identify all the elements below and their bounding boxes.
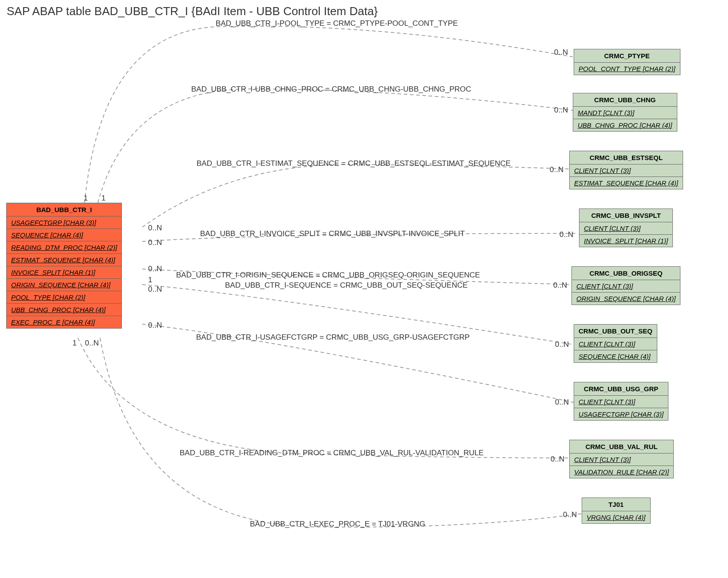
cardinality-label: 0..N	[148, 285, 162, 294]
relation-label: BAD_UBB_CTR_I-ORIGIN_SEQUENCE = CRMC_UBB…	[176, 271, 480, 280]
relation-label: BAD_UBB_CTR_I-READING_DTM_PROC = CRMC_UB…	[180, 449, 483, 458]
ref-field: MANDT [CLNT (3)]	[573, 107, 677, 119]
cardinality-label: 0..N	[554, 106, 568, 115]
ref-table-name: CRMC_UBB_VAL_RUL	[570, 440, 674, 454]
cardinality-label: 1	[101, 194, 105, 203]
ref-table-ptype: CRMC_PTYPE POOL_CONT_TYPE [CHAR (2)]	[574, 49, 680, 75]
ref-field: USAGEFCTGRP [CHAR (3)]	[574, 408, 668, 421]
main-entity-table: BAD_UBB_CTR_I USAGEFCTGRP [CHAR (3)] SEQ…	[6, 203, 122, 329]
cardinality-label: 0..N	[559, 230, 573, 239]
main-field: ESTIMAT_SEQUENCE [CHAR (4)]	[7, 254, 122, 266]
ref-table-origseq: CRMC_UBB_ORIGSEQ CLIENT [CLNT (3)] ORIGI…	[571, 266, 680, 305]
cardinality-label: 0..N	[551, 455, 564, 464]
ref-table-name: CRMC_PTYPE	[574, 49, 680, 63]
main-field: EXEC_PROC_E [CHAR (4)]	[7, 316, 122, 329]
main-field: READING_DTM_PROC [CHAR (2)]	[7, 241, 122, 254]
ref-field: CLIENT [CLNT (3)]	[570, 165, 683, 177]
cardinality-label: 1	[148, 276, 152, 285]
relation-label: BAD_UBB_CTR_I-POOL_TYPE = CRMC_PTYPE-POO…	[216, 19, 458, 28]
ref-field: POOL_CONT_TYPE [CHAR (2)]	[574, 63, 680, 75]
ref-table-usggrp: CRMC_UBB_USG_GRP CLIENT [CLNT (3)] USAGE…	[574, 382, 668, 421]
ref-field: ORIGIN_SEQUENCE [CHAR (4)]	[572, 293, 680, 305]
cardinality-label: 0..N	[553, 281, 567, 290]
ref-table-tj01: TJ01 VRGNG [CHAR (4)]	[582, 498, 651, 524]
main-field: SEQUENCE [CHAR (4)]	[7, 229, 122, 241]
cardinality-label: 0..N	[148, 265, 162, 273]
ref-field: CLIENT [CLNT (3)]	[574, 338, 657, 350]
cardinality-label: 0..N	[555, 398, 569, 407]
cardinality-label: 0..N	[554, 48, 568, 57]
ref-field: ESTIMAT_SEQUENCE [CHAR (4)]	[570, 177, 683, 189]
cardinality-label: 0..N	[555, 340, 569, 349]
main-field: UBB_CHNG_PROC [CHAR (4)]	[7, 304, 122, 316]
ref-table-estseql: CRMC_UBB_ESTSEQL CLIENT [CLNT (3)] ESTIM…	[569, 151, 683, 189]
ref-table-valrul: CRMC_UBB_VAL_RUL CLIENT [CLNT (3)] VALID…	[569, 440, 674, 478]
ref-table-name: CRMC_UBB_ORIGSEQ	[572, 267, 680, 280]
ref-field: CLIENT [CLNT (3)]	[574, 396, 668, 408]
main-field: INVOICE_SPLIT [CHAR (1)]	[7, 266, 122, 279]
page-title: SAP ABAP table BAD_UBB_CTR_I {BAdI Item …	[7, 4, 378, 18]
ref-table-name: TJ01	[582, 498, 651, 511]
ref-field: VALIDATION_RULE [CHAR (2)]	[570, 466, 674, 478]
ref-field: CLIENT [CLNT (3)]	[572, 280, 680, 293]
main-field: POOL_TYPE [CHAR (2)]	[7, 291, 122, 304]
cardinality-label: 1	[72, 339, 76, 348]
cardinality-label: 0..N	[148, 224, 162, 233]
ref-table-invsplt: CRMC_UBB_INVSPLT CLIENT [CLNT (3)] INVOI…	[579, 209, 673, 247]
ref-table-name: CRMC_UBB_USG_GRP	[574, 382, 668, 396]
relation-label: BAD_UBB_CTR_I-EXEC_PROC_E = TJ01-VRGNG	[250, 520, 425, 529]
relation-label: BAD_UBB_CTR_I-USAGEFCTGRP = CRMC_UBB_USG…	[196, 333, 470, 342]
cardinality-label: 0..N	[550, 165, 563, 174]
main-entity-name: BAD_UBB_CTR_I	[7, 203, 122, 217]
cardinality-label: 0..N	[148, 238, 162, 247]
ref-field: INVOICE_SPLIT [CHAR (1)]	[579, 235, 673, 247]
ref-field: SEQUENCE [CHAR (4)]	[574, 350, 657, 363]
cardinality-label: 0..N	[85, 339, 99, 348]
cardinality-label: 0..N	[563, 510, 577, 519]
relation-label: BAD_UBB_CTR_I-INVOICE_SPLIT = CRMC_UBB_I…	[200, 229, 465, 238]
ref-table-name: CRMC_UBB_INVSPLT	[579, 209, 673, 222]
ref-table-chng: CRMC_UBB_CHNG MANDT [CLNT (3)] UBB_CHNG_…	[573, 93, 677, 132]
relation-label: BAD_UBB_CTR_I-UBB_CHNG_PROC = CRMC_UBB_C…	[191, 85, 471, 94]
cardinality-label: 0..N	[148, 321, 162, 330]
ref-field: UBB_CHNG_PROC [CHAR (4)]	[573, 119, 677, 132]
ref-table-name: CRMC_UBB_CHNG	[573, 93, 677, 107]
ref-field: VRGNG [CHAR (4)]	[582, 511, 651, 524]
relation-label: BAD_UBB_CTR_I-SEQUENCE = CRMC_UBB_OUT_SE…	[225, 281, 468, 290]
ref-field: CLIENT [CLNT (3)]	[579, 222, 673, 235]
ref-table-name: CRMC_UBB_ESTSEQL	[570, 151, 683, 165]
ref-table-outseq: CRMC_UBB_OUT_SEQ CLIENT [CLNT (3)] SEQUE…	[574, 324, 657, 363]
ref-table-name: CRMC_UBB_OUT_SEQ	[574, 325, 657, 338]
ref-field: CLIENT [CLNT (3)]	[570, 454, 674, 466]
relation-label: BAD_UBB_CTR_I-ESTIMAT_SEQUENCE = CRMC_UB…	[197, 159, 511, 168]
main-field: ORIGIN_SEQUENCE [CHAR (4)]	[7, 279, 122, 291]
cardinality-label: 1	[84, 194, 88, 203]
main-field: USAGEFCTGRP [CHAR (3)]	[7, 217, 122, 229]
